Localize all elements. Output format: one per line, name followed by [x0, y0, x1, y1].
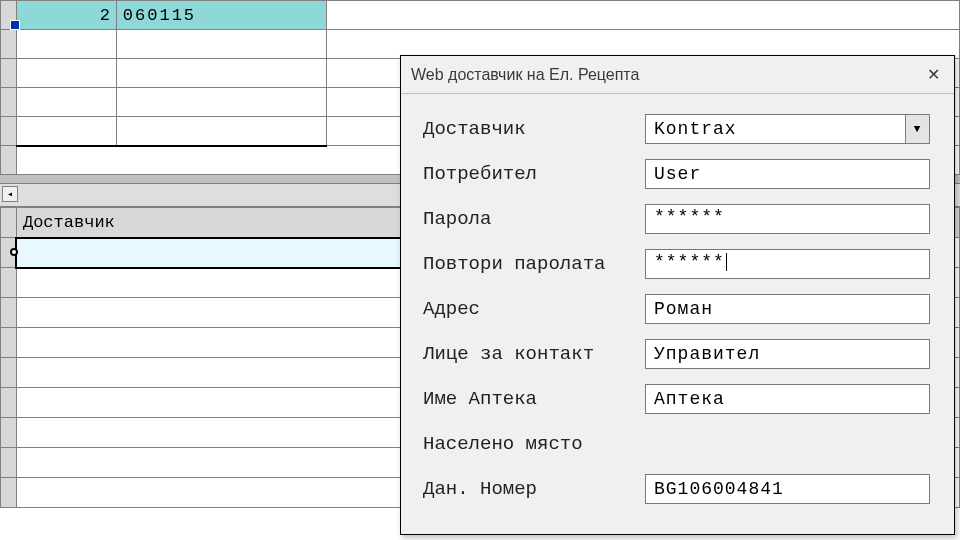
- dialog-title: Web доставчик на Ел. Рецепта: [411, 66, 639, 84]
- selection-marker-icon: [10, 20, 20, 30]
- dialog-titlebar[interactable]: Web доставчик на Ел. Рецепта ✕: [401, 56, 954, 94]
- settlement-label: Населено място: [423, 433, 645, 455]
- password-label: Парола: [423, 208, 645, 230]
- selected-row-number[interactable]: 2: [16, 1, 116, 30]
- user-input[interactable]: [645, 159, 930, 189]
- user-label: Потребител: [423, 163, 645, 185]
- provider-select-value: Kontrax: [654, 119, 737, 139]
- grid-cell[interactable]: [326, 1, 959, 30]
- record-selector-icon: [10, 248, 18, 256]
- tax-number-input[interactable]: [645, 474, 930, 504]
- column-header-provider[interactable]: Доставчик: [16, 208, 404, 238]
- active-input-cell[interactable]: [16, 238, 404, 268]
- password-input[interactable]: ******: [645, 204, 930, 234]
- row-header[interactable]: [1, 208, 17, 238]
- pharmacy-name-input[interactable]: [645, 384, 930, 414]
- dialog-form: Доставчик Kontrax ▼ Потребител Парола **…: [401, 94, 954, 511]
- tax-number-label: Дан. Номер: [423, 478, 645, 500]
- password-repeat-label: Повтори паролата: [423, 253, 645, 275]
- selected-cell[interactable]: 060115: [116, 1, 326, 30]
- close-icon: ✕: [927, 65, 940, 84]
- address-input[interactable]: [645, 294, 930, 324]
- address-label: Адрес: [423, 298, 645, 320]
- contact-person-label: Лице за контакт: [423, 343, 645, 365]
- pharmacy-name-label: Име Аптека: [423, 388, 645, 410]
- password-repeat-input[interactable]: ******: [645, 249, 930, 279]
- scroll-left-button[interactable]: ◂: [2, 186, 18, 202]
- text-caret-icon: [726, 253, 727, 271]
- provider-select[interactable]: Kontrax ▼: [645, 114, 930, 144]
- close-button[interactable]: ✕: [920, 62, 946, 88]
- chevron-down-icon: ▼: [905, 115, 929, 143]
- web-provider-dialog: Web доставчик на Ел. Рецепта ✕ Доставчик…: [400, 55, 955, 535]
- contact-person-input[interactable]: [645, 339, 930, 369]
- provider-label: Доставчик: [423, 118, 645, 140]
